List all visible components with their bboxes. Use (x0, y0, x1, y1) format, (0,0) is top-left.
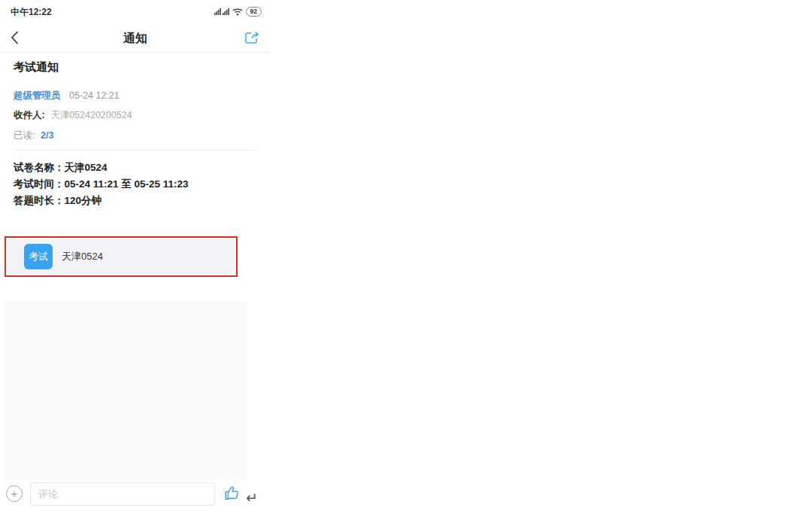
exam-attachment-row[interactable]: 考试 天津0524 (8, 239, 235, 274)
notice-subject: 考试通知 (14, 60, 59, 74)
header-actions (244, 30, 260, 45)
share-icon[interactable] (244, 30, 260, 45)
sent-time: 05-24 12:21 (69, 90, 120, 101)
divider (14, 150, 257, 150)
status-bar: 中午12:22 92 (0, 0, 271, 23)
page-title: 通知 (0, 31, 271, 47)
status-icons: 92 (214, 7, 262, 17)
battery-icon: 92 (246, 7, 262, 17)
sender-line: 超级管理员 05-24 12:21 (14, 90, 120, 102)
exam-details: 试卷名称：天津0524 考试时间：05-24 11:21 至 05-25 11:… (14, 160, 189, 209)
recipient-value: 天津052420200524 (50, 110, 132, 120)
highlight-box-exam-chip: 考试 天津0524 (5, 236, 238, 277)
recipient-label: 收件人: (14, 110, 45, 120)
add-attachment-button[interactable]: + (6, 485, 23, 502)
read-status-line: 已读: 2/3 (14, 129, 53, 142)
wifi-icon (232, 8, 243, 16)
signal-icon (214, 8, 229, 16)
screenshot-canvas: 中午12:22 92 消息 + 搜索 通讯录 收件箱 (0, 0, 812, 529)
exam-tag: 考试 (24, 244, 53, 269)
like-button[interactable] (223, 485, 240, 504)
return-arrow-glyph: ↵ (246, 489, 258, 506)
exam-duration: 答题时长：120分钟 (14, 193, 189, 209)
exam-paper-name: 试卷名称：天津0524 (14, 160, 189, 176)
read-label: 已读: (14, 130, 35, 141)
read-count[interactable]: 2/3 (41, 130, 53, 141)
sender-name[interactable]: 超级管理员 (14, 90, 61, 101)
exam-name: 天津0524 (62, 250, 103, 263)
header: 通知 (0, 23, 271, 53)
content-placeholder-area (4, 301, 247, 480)
notice-detail-screen: 中午12:22 92 通知 考试通知 超级管理员 05-24 12:21 收件人… (0, 0, 271, 529)
status-time: 中午12:22 (11, 6, 52, 19)
exam-time-range: 考试时间：05-24 11:21 至 05-25 11:23 (14, 176, 189, 193)
thumbs-up-icon (223, 485, 240, 501)
comment-input[interactable] (30, 482, 215, 506)
recipient-line: 收件人: 天津052420200524 (14, 109, 132, 122)
